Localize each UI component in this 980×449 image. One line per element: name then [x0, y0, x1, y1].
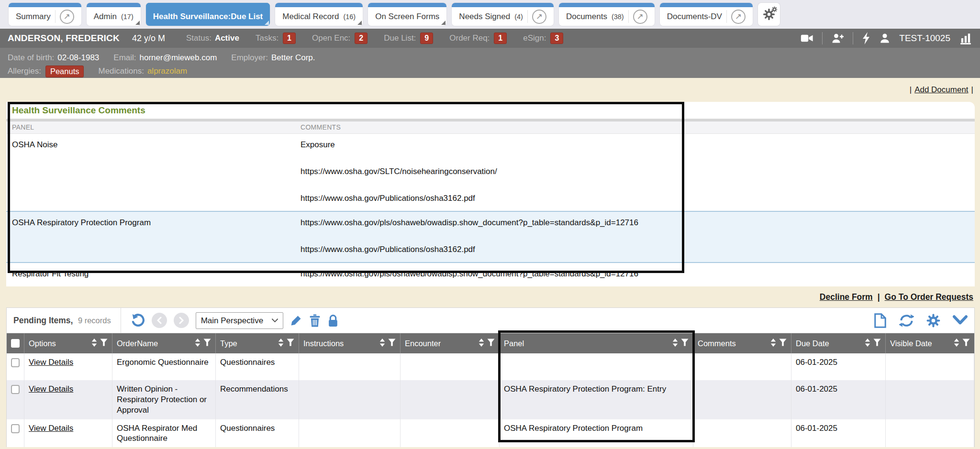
pending-items-title: Pending Items, [13, 316, 73, 325]
hs-row-osha-respiratory-protection[interactable]: OSHA Respiratory Protection Program http… [6, 211, 975, 263]
gears-icon [763, 8, 775, 21]
sort-icon[interactable] [953, 338, 960, 349]
lightning-icon[interactable] [862, 32, 870, 44]
hs-col-header-panel[interactable]: PANEL [6, 123, 298, 131]
tab-settings-button[interactable] [758, 3, 780, 26]
settings-gear-icon[interactable] [926, 314, 940, 328]
sort-icon[interactable] [672, 338, 679, 349]
col-header-encounter[interactable]: Encounter [401, 333, 500, 353]
encounter-cell [401, 353, 500, 380]
view-details-link[interactable]: View Details [29, 384, 73, 394]
tab-strip [660, 3, 753, 7]
col-header-due-date[interactable]: Due Date [791, 333, 886, 353]
view-details-link[interactable]: View Details [29, 424, 73, 433]
filter-icon[interactable] [287, 339, 294, 348]
hs-panel-cell: Respirator Fit Testing [6, 263, 298, 286]
external-link-icon[interactable]: ↗ [532, 10, 546, 24]
hs-comments-header-row: PANEL COMMENTS [6, 121, 975, 134]
hs-col-header-comments[interactable]: COMMENTS [298, 123, 975, 131]
add-document-link[interactable]: Add Document [914, 85, 968, 95]
row-checkbox[interactable] [11, 385, 20, 394]
tab-documents-dv[interactable]: Documents-DV ↗ [660, 3, 753, 26]
filter-icon[interactable] [388, 339, 396, 348]
lock-icon[interactable] [327, 314, 339, 327]
external-link-icon[interactable]: ↗ [633, 10, 647, 24]
table-row: View Details Ergonomic Questionnaire Que… [7, 353, 974, 380]
view-details-link[interactable]: View Details [29, 358, 73, 367]
order-name-cell: Ergonomic Questionnaire [112, 353, 216, 380]
collapse-chevron-icon[interactable] [953, 315, 968, 326]
col-header-panel[interactable]: Panel [500, 333, 693, 353]
row-checkbox[interactable] [11, 424, 20, 433]
hs-row-osha-noise[interactable]: OSHA Noise Exposure https://www.osha.gov… [6, 134, 975, 211]
external-link-icon[interactable]: ↗ [731, 10, 746, 24]
open-enc-badge[interactable]: 2 [355, 33, 368, 44]
allergy-badge[interactable]: Peanuts [45, 66, 84, 77]
tab-medical-record[interactable]: Medical Record (16) [275, 3, 363, 26]
tab-strip [452, 3, 554, 7]
tab-count: (16) [343, 13, 356, 21]
col-header-instructions[interactable]: Instructions [299, 333, 401, 353]
filter-icon[interactable] [873, 339, 881, 348]
tab-health-surveillance-due-list[interactable]: Health Surveillance:Due List [146, 3, 270, 26]
delete-trash-icon[interactable] [309, 314, 321, 327]
filter-icon[interactable] [487, 339, 495, 348]
sort-icon[interactable] [478, 338, 485, 349]
hs-row-respirator-fit-testing[interactable]: Respirator Fit Testing https://www.osha.… [6, 263, 975, 286]
tab-bar: Summary ↗ Admin (17) Health Surveillance… [0, 0, 980, 29]
prev-perspective-icon[interactable] [152, 313, 167, 328]
decline-form-link[interactable]: Decline Form [820, 292, 873, 302]
external-link-icon[interactable]: ↗ [60, 10, 74, 24]
perspective-select-wrap: Main Perspective [196, 312, 283, 329]
sort-icon[interactable] [278, 338, 284, 349]
filter-icon[interactable] [203, 339, 211, 348]
sort-icon[interactable] [379, 338, 386, 349]
tab-label: Summary [16, 12, 51, 22]
col-header-ordername[interactable]: OrderName [112, 333, 216, 353]
row-checkbox[interactable] [11, 358, 20, 367]
filter-icon[interactable] [681, 339, 689, 348]
col-header-type[interactable]: Type [216, 333, 299, 353]
perspective-select[interactable]: Main Perspective [196, 312, 283, 329]
sort-icon[interactable] [91, 338, 98, 349]
tab-admin[interactable]: Admin (17) [87, 3, 141, 26]
video-camera-icon[interactable] [801, 33, 813, 44]
select-all-checkbox[interactable] [7, 333, 24, 353]
hs-panel-cell: OSHA Respiratory Protection Program [6, 212, 298, 262]
sort-icon[interactable] [864, 338, 871, 349]
filter-icon[interactable] [779, 339, 787, 348]
encounter-cell [401, 419, 500, 448]
filter-icon[interactable] [962, 339, 970, 348]
tasks-badge[interactable]: 1 [283, 33, 296, 44]
tab-label: On Screen Forms [375, 12, 439, 22]
divider [726, 10, 727, 23]
next-perspective-icon[interactable] [174, 313, 189, 328]
sort-icon[interactable] [770, 338, 777, 349]
new-document-icon[interactable] [874, 313, 887, 328]
tab-on-screen-forms[interactable]: On Screen Forms [368, 3, 446, 26]
visible-date-cell [886, 353, 974, 380]
add-person-icon[interactable] [831, 33, 844, 44]
type-cell: Recommendations [216, 380, 299, 419]
refresh-icon[interactable] [899, 314, 914, 328]
tab-needs-signed[interactable]: Needs Signed (4) ↗ [452, 3, 554, 26]
pending-items-toolbar: Pending Items, 9 records Main Perspectiv… [7, 308, 974, 333]
tab-summary[interactable]: Summary ↗ [9, 3, 81, 26]
order-req-badge[interactable]: 1 [494, 33, 507, 44]
tab-strip [368, 3, 446, 7]
edit-pencil-icon[interactable] [290, 314, 302, 327]
filter-icon[interactable] [100, 339, 108, 348]
add-document-row: | Add Document | [0, 78, 980, 102]
go-to-order-requests-link[interactable]: Go To Order Requests [885, 292, 973, 302]
col-header-comments[interactable]: Comments [693, 333, 791, 353]
tab-documents[interactable]: Documents (38) ↗ [559, 3, 655, 26]
col-header-visible-date[interactable]: Visible Date [886, 333, 974, 353]
order-name-cell: Written Opinion - Respiratory Protection… [112, 380, 216, 419]
medication-value[interactable]: alprazolam [147, 66, 187, 76]
col-header-options[interactable]: Options [24, 333, 112, 353]
due-list-badge[interactable]: 9 [420, 33, 433, 44]
esign-badge[interactable]: 3 [550, 33, 563, 44]
sort-icon[interactable] [194, 338, 201, 349]
undo-icon[interactable] [131, 313, 145, 328]
bar-chart-icon[interactable] [959, 32, 972, 44]
